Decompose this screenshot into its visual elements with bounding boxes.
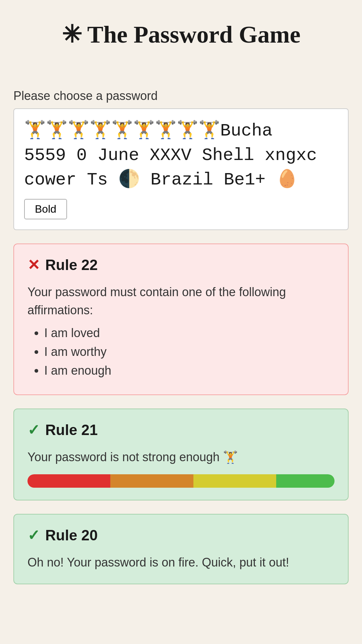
rule-20-description: Oh no! Your password is on fire. Quick, …	[27, 553, 335, 572]
rule-22-header: ✕ Rule 22	[27, 256, 335, 274]
affirmation-3: I am enough	[44, 364, 335, 378]
rule-20-card: ✓ Rule 20 Oh no! Your password is on fir…	[13, 514, 349, 584]
strength-orange-segment	[110, 474, 193, 488]
rule-21-description: Your password is not strong enough 🏋️	[27, 448, 335, 466]
rule-21-header: ✓ Rule 21	[27, 421, 335, 439]
password-section: Please choose a password 🏋️🏋️🏋️🏋️🏋️🏋️🏋️🏋…	[13, 89, 349, 230]
rule-22-card: ✕ Rule 22 Your password must contain one…	[13, 244, 349, 395]
affirmation-2: I am worthy	[44, 345, 335, 359]
rule-20-pass-icon: ✓	[27, 527, 40, 544]
password-input-box[interactable]: 🏋️🏋️🏋️🏋️🏋️🏋️🏋️🏋️🏋️Bucha 5559 0 June XXXV…	[13, 108, 349, 230]
rule-20-title: Rule 20	[45, 527, 98, 544]
strength-bar	[27, 474, 335, 488]
rule-22-title: Rule 22	[45, 257, 98, 273]
rule-21-pass-icon: ✓	[27, 421, 40, 439]
rule-21-title: Rule 21	[45, 422, 98, 438]
password-content[interactable]: 🏋️🏋️🏋️🏋️🏋️🏋️🏋️🏋️🏋️Bucha 5559 0 June XXXV…	[24, 119, 338, 192]
affirmation-1: I am loved	[44, 326, 335, 340]
password-label: Please choose a password	[13, 89, 349, 103]
rule-22-fail-icon: ✕	[27, 256, 40, 274]
page-title: ✳ The Password Game	[13, 20, 349, 49]
password-line1: 🏋️🏋️🏋️🏋️🏋️🏋️🏋️🏋️🏋️Bucha	[24, 121, 273, 141]
bold-button[interactable]: Bold	[24, 199, 67, 219]
strength-yellow-segment	[193, 474, 276, 488]
rule-20-header: ✓ Rule 20	[27, 527, 335, 544]
password-line3: cower Ts 🌓 Brazil Be1+ 🥚	[24, 170, 298, 190]
strength-green-segment	[276, 474, 335, 488]
page-container: ✳ The Password Game Please choose a pass…	[0, 0, 362, 644]
rule-22-description: Your password must contain one of the fo…	[27, 283, 335, 319]
rule-21-card: ✓ Rule 21 Your password is not strong en…	[13, 409, 349, 500]
rule-22-affirmations-list: I am loved I am worthy I am enough	[27, 326, 335, 378]
strength-red-segment	[27, 474, 110, 488]
password-line2: 5559 0 June XXXV Shell xngxc	[24, 146, 317, 165]
title-section: ✳ The Password Game	[13, 20, 349, 49]
